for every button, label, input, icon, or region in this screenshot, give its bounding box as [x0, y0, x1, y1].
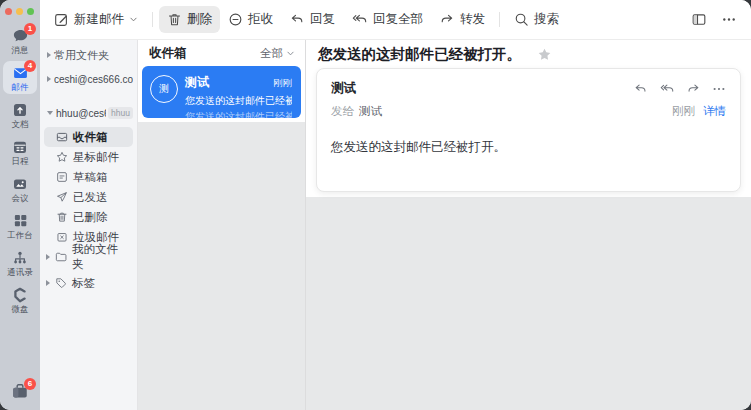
close-window-button[interactable]: [5, 8, 12, 15]
folder-label: 已删除: [73, 210, 108, 225]
account-tag: hhuu: [108, 107, 133, 119]
reply-label: 回复: [310, 11, 335, 28]
spam-icon: [56, 231, 68, 243]
chevron-down-icon: [129, 15, 138, 24]
zoom-window-button[interactable]: [27, 8, 34, 15]
forward-button[interactable]: 转发: [431, 6, 493, 33]
document-icon: [11, 101, 29, 118]
account-name: ceshi@ces666.com: [54, 74, 133, 85]
forward-label: 转发: [460, 11, 485, 28]
calendar-icon: [11, 138, 29, 155]
layout-panel-icon[interactable]: [691, 12, 707, 27]
common-folders-section[interactable]: 常用文件夹: [40, 45, 137, 65]
message-list-header: 收件箱 全部: [138, 40, 305, 66]
account-name: hhuu@ces666...: [56, 108, 106, 119]
expand-triangle-icon: [47, 111, 53, 115]
collapse-triangle-icon: [47, 76, 51, 82]
folder-item-tags[interactable]: 标签: [44, 273, 133, 293]
message-time: 刚刚: [273, 77, 292, 90]
delete-button[interactable]: 删除: [159, 6, 220, 33]
rail-item-workbench[interactable]: 工作台: [3, 209, 37, 242]
filter-dropdown[interactable]: 全部: [260, 46, 295, 61]
delete-label: 删除: [187, 11, 212, 28]
rail-item-messages[interactable]: 1 消息: [3, 24, 37, 57]
tag-icon: [55, 277, 67, 289]
account-row-hhuu[interactable]: hhuu@ces666... hhuu: [40, 103, 137, 123]
collapse-triangle-icon: [47, 52, 51, 58]
folder-label: 草稿箱: [73, 170, 108, 185]
expand-triangle-icon: [46, 254, 50, 260]
reply-button[interactable]: 回复: [281, 6, 343, 33]
reply-all-icon[interactable]: [659, 82, 675, 96]
message-list-item[interactable]: 测 测试 刚刚 您发送的这封邮件已经被打开。 您发送的这封邮件已经被打开。: [142, 66, 301, 118]
mail-app-window: 1 消息 4 邮件 文档 日程: [0, 0, 751, 410]
drive-icon: [11, 286, 29, 303]
trash-icon: [167, 12, 182, 27]
message-list-title: 收件箱: [149, 45, 187, 62]
details-link[interactable]: 详情: [703, 104, 726, 119]
folder-item-my-folders[interactable]: 我的文件夹: [44, 247, 133, 267]
email-actions: [633, 82, 726, 96]
forward-icon[interactable]: [686, 82, 701, 96]
email-time: 刚刚: [672, 104, 695, 119]
rail-item-label: 邮件: [12, 82, 29, 92]
to-label: 发给: [331, 105, 354, 117]
more-options-icon[interactable]: [721, 12, 737, 27]
star-icon[interactable]: [537, 47, 552, 62]
chevron-down-icon: [286, 49, 295, 58]
folder-label: 标签: [72, 276, 95, 291]
minimize-window-button[interactable]: [16, 8, 23, 15]
search-button[interactable]: 搜索: [506, 6, 567, 33]
reading-pane: 您发送的这封邮件已经被打开。 测试: [306, 40, 751, 410]
account-row-ceshi[interactable]: ceshi@ces666.com: [40, 69, 137, 89]
main-area: 新建邮件 删除 拒收 回复 回复全部 转发: [40, 0, 751, 410]
folder-panel: 常用文件夹 ceshi@ces666.com hhuu@ces666... hh…: [40, 40, 138, 410]
app-center-badge: 6: [24, 378, 36, 390]
message-list-top: 收件箱 全部 测 测试 刚刚 您发送的这封邮: [138, 40, 305, 122]
chat-bubble-icon: 1: [11, 27, 29, 44]
compose-button[interactable]: 新建邮件: [46, 6, 146, 33]
folder-item-inbox[interactable]: 收件箱: [44, 127, 133, 147]
rail-item-contacts[interactable]: 通讯录: [3, 246, 37, 279]
reply-all-label: 回复全部: [373, 11, 423, 28]
folder-item-deleted[interactable]: 已删除: [44, 207, 133, 227]
folder-label: 星标邮件: [73, 150, 119, 165]
rail-item-meetings[interactable]: 会议: [3, 172, 37, 205]
email-subject-title: 您发送的这封邮件已经被打开。: [318, 45, 521, 64]
folder-item-starred[interactable]: 星标邮件: [44, 147, 133, 167]
window-controls: [0, 0, 34, 15]
reject-button[interactable]: 拒收: [220, 6, 281, 33]
rail-item-label: 通讯录: [7, 267, 33, 277]
expand-triangle-icon: [46, 280, 50, 286]
email-body: 您发送的这封邮件已经被打开。: [331, 139, 726, 156]
toolbar-divider: [152, 12, 153, 27]
rail-nav: 1 消息 4 邮件 文档 日程: [0, 24, 40, 320]
content-area: 常用文件夹 ceshi@ces666.com hhuu@ces666... hh…: [40, 40, 751, 410]
app-rail: 1 消息 4 邮件 文档 日程: [0, 0, 40, 410]
mail-badge: 4: [24, 60, 36, 72]
rail-item-label: 消息: [12, 45, 29, 55]
folder-label: 已发送: [73, 190, 108, 205]
message-list-panel: 收件箱 全部 测 测试 刚刚 您发送的这封邮: [138, 40, 306, 410]
reject-label: 拒收: [248, 11, 273, 28]
folder-label: 收件箱: [73, 130, 108, 145]
more-options-icon[interactable]: [712, 82, 726, 96]
message-preview: 您发送的这封邮件已经被打开。: [185, 110, 292, 124]
rail-item-documents[interactable]: 文档: [3, 98, 37, 131]
folder-item-drafts[interactable]: 草稿箱: [44, 167, 133, 187]
rail-item-mail[interactable]: 4 邮件: [3, 61, 37, 94]
rail-item-calendar[interactable]: 日程: [3, 135, 37, 168]
rail-item-label: 微盘: [12, 304, 29, 314]
rail-item-drive[interactable]: 微盘: [3, 283, 37, 316]
rail-item-app-center[interactable]: 6: [11, 382, 29, 400]
reply-icon[interactable]: [633, 82, 648, 96]
compose-label: 新建邮件: [74, 11, 124, 28]
meeting-icon: [11, 175, 29, 192]
message-summary: 测试 刚刚 您发送的这封邮件已经被打开。 您发送的这封邮件已经被打开。: [185, 74, 292, 118]
inbox-icon: [56, 131, 68, 143]
search-icon: [514, 12, 529, 27]
folder-item-sent[interactable]: 已发送: [44, 187, 133, 207]
reply-all-button[interactable]: 回复全部: [343, 6, 431, 33]
minus-circle-icon: [228, 12, 243, 27]
toolbar-divider: [499, 12, 500, 27]
